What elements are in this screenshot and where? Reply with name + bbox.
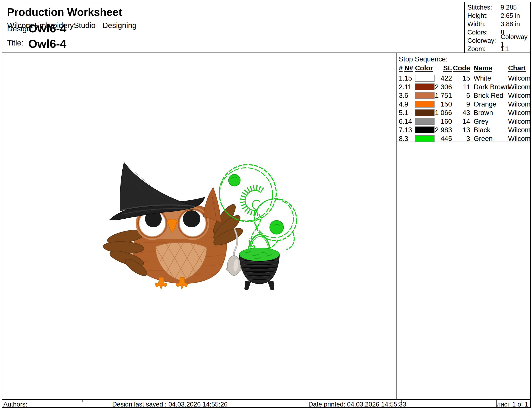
thread-chart: Wilcom (508, 100, 531, 108)
design-name-value: Owl6-4 (28, 22, 66, 35)
thread-row: 3. 6 1 751 6 Brick Red Wilcom (397, 91, 531, 100)
title-name-value: Owl6-4 (28, 37, 66, 50)
col-code: Code (450, 64, 470, 72)
page-title: Production Worksheet (7, 6, 122, 18)
thread-row: 7. 13 2 983 13 Black Wilcom (397, 126, 531, 135)
thread-chart: Wilcom (508, 83, 531, 91)
title-label: Title: (7, 39, 23, 47)
owl-ear-tuft (203, 188, 221, 223)
cauldron-foot-left (244, 281, 251, 290)
stop-sequence-rows: 1. 15 422 15 White Wilcom 2. 11 2 306 11… (397, 74, 531, 143)
stop-sequence-header: # N# Color St. Code Name Chart (397, 64, 531, 73)
cauldron-foot-right (268, 281, 274, 290)
info-row: Height: 2.65 in (467, 12, 531, 20)
info-label: Stitches: (467, 4, 501, 11)
thread-needle: 11 (404, 83, 411, 91)
thread-color-name: Dark Brown (474, 83, 509, 91)
stop-sequence-panel: Stop Sequence: # N# Color St. Code Name … (396, 53, 531, 399)
thread-color-name: Brick Red (474, 91, 503, 100)
thread-row: 8. 3 445 3 Green Wilcom (397, 135, 531, 144)
thread-chart: Wilcom (508, 118, 531, 125)
thread-index: 8. (399, 135, 405, 143)
thread-code: 3 (450, 135, 470, 143)
hat-crown (120, 162, 196, 211)
thread-chart: Wilcom (508, 109, 531, 117)
sheet-number: лист 1 of 1 (497, 401, 528, 408)
info-row: Colorway: Colorway 1 (467, 36, 531, 45)
thread-color-name: Grey (474, 118, 489, 125)
last-saved-text: Design last saved : 04.03.2026 14:55:26 (112, 401, 228, 408)
thread-index: 2. (399, 83, 405, 91)
thread-code: 11 (450, 83, 470, 91)
thread-row: 5. 1 1 066 43 Brown Wilcom (397, 109, 531, 118)
thread-index: 1. (399, 74, 405, 82)
owl-pupil-right (183, 210, 200, 227)
info-row: Stitches: 9 285 (467, 3, 531, 12)
info-row: Width: 3.88 in (467, 20, 531, 28)
thread-chart: Wilcom (508, 91, 531, 100)
thread-color-name: Black (474, 126, 490, 134)
thread-stitch-count: 2 306 (428, 83, 452, 91)
thread-index: 4. (399, 100, 405, 108)
thread-chart: Wilcom (508, 126, 531, 134)
date-printed-text: Date printed: 04.03.2026 14:55:33 (308, 401, 406, 408)
info-label: Colorway: (467, 37, 501, 45)
col-name: Name (474, 64, 492, 72)
embroidery-design-preview (100, 154, 299, 299)
thread-chart: Wilcom (508, 74, 531, 82)
thread-needle: 13 (404, 126, 412, 134)
thread-needle: 14 (404, 118, 412, 125)
thread-row: 2. 11 2 306 11 Dark Brown Wilcom (397, 83, 531, 92)
footer-divider-tick (401, 400, 402, 402)
info-value: 2.65 in (501, 12, 520, 19)
thread-color-name: White (474, 74, 491, 82)
thread-code: 6 (450, 91, 470, 100)
stop-sequence-title: Stop Sequence: (399, 55, 448, 63)
thread-color-name: Orange (474, 100, 496, 108)
thread-row: 1. 15 422 15 White Wilcom (397, 74, 531, 83)
worksheet-header: Production Worksheet Wilcom EmbroiderySt… (2, 2, 531, 53)
info-label: Zoom: (467, 45, 501, 53)
thread-row: 6. 14 160 14 Grey Wilcom (397, 118, 531, 126)
thread-stitch-count: 160 (428, 118, 452, 125)
thread-index: 7. (399, 126, 405, 134)
info-value: 9 285 (501, 4, 517, 11)
col-n: N# (404, 64, 413, 72)
info-box-rows: Stitches: 9 285 Height: 2.65 in Width: 3… (467, 3, 531, 53)
stop-sequence-box: Stop Sequence: # N# Color St. Code Name … (397, 53, 531, 142)
thread-index: 6. (399, 118, 405, 125)
footer-divider-tick (82, 400, 83, 402)
bubble-dot-bottom (270, 220, 284, 234)
col-st: St. (428, 64, 452, 72)
thread-stitch-count: 2 983 (428, 126, 452, 134)
thread-needle: 9 (404, 100, 408, 108)
thread-code: 13 (450, 126, 470, 134)
worksheet-footer: Authors: Design last saved : 04.03.2026 … (2, 399, 531, 408)
thread-code: 15 (450, 74, 470, 82)
cauldron (239, 235, 280, 291)
info-value: 3.88 in (501, 20, 520, 28)
info-value: 1:1 (501, 45, 510, 53)
thread-index: 5. (399, 109, 405, 117)
thread-needle: 6 (404, 91, 408, 100)
authors-label: Authors: (3, 401, 27, 408)
thread-chart: Wilcom (508, 135, 531, 143)
thread-code: 9 (450, 100, 470, 108)
thread-stitch-count: 445 (428, 135, 452, 143)
thread-row: 4. 9 150 9 Orange Wilcom (397, 100, 531, 109)
production-worksheet-page: { "header": { "title": "Production Works… (0, 0, 532, 409)
design-info-box: Stitches: 9 285 Height: 2.65 in Width: 3… (464, 2, 531, 53)
thread-stitch-count: 422 (428, 74, 452, 82)
thread-code: 14 (450, 118, 470, 125)
thread-needle: 1 (404, 109, 408, 117)
col-hash: # (399, 64, 403, 72)
thread-stitch-count: 1 751 (428, 91, 452, 100)
thread-color-name: Brown (474, 109, 493, 117)
info-label: Width: (467, 20, 501, 28)
thread-needle: 3 (404, 135, 408, 143)
info-label: Colors: (467, 29, 501, 36)
col-chart: Chart (508, 64, 526, 72)
thread-needle: 15 (404, 74, 412, 82)
thread-stitch-count: 1 066 (428, 109, 452, 117)
thread-index: 3. (399, 91, 405, 100)
